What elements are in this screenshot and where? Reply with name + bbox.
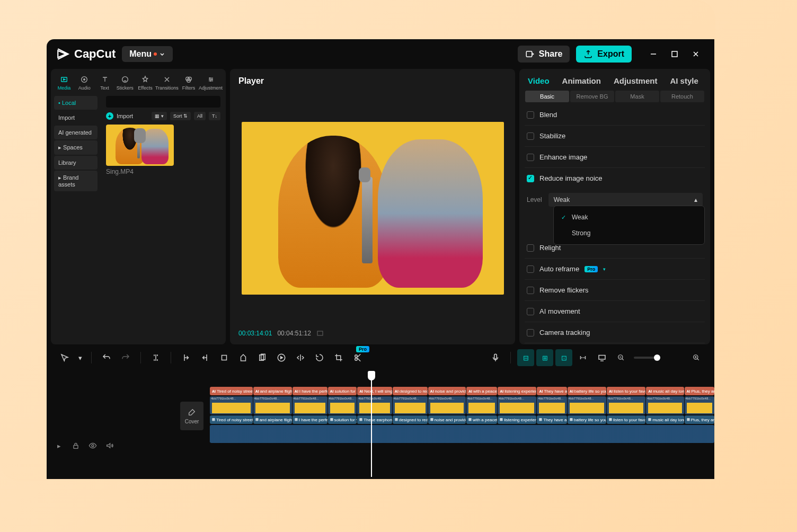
video-clip[interactable]: 4bb7791bc0c48... — [646, 396, 684, 414]
play-button[interactable] — [273, 349, 290, 366]
caption-track-2[interactable]: ⊞ Tired of noisy streets⊞ and airplane f… — [179, 415, 714, 424]
tab-audio[interactable]: Audio — [74, 74, 94, 92]
redo-button[interactable] — [117, 349, 134, 366]
trim-right-button[interactable] — [197, 349, 214, 366]
caption-clip[interactable]: AI and airplane flights? — [253, 387, 292, 395]
video-clip[interactable]: 4bb7791bc0c48... — [607, 396, 645, 414]
audio-track[interactable] — [179, 425, 714, 443]
video-clip[interactable]: 4bb7791bc0c48... — [685, 396, 714, 414]
sidebar-item-import[interactable]: Import — [54, 111, 98, 125]
player-preview[interactable] — [242, 122, 504, 295]
share-button[interactable]: Share — [518, 46, 570, 63]
caption-clip[interactable]: ⊞ listen to your favori — [607, 415, 645, 424]
playhead[interactable] — [371, 371, 372, 477]
lock-button[interactable] — [70, 440, 82, 451]
filter-all[interactable]: All — [194, 112, 206, 120]
level-select[interactable]: Weak▴ — [548, 193, 703, 207]
undo-button[interactable] — [98, 349, 115, 366]
subtab-retouch[interactable]: Retouch — [660, 91, 704, 102]
video-clip[interactable]: 4bb7791bc0c48... — [293, 396, 327, 414]
prop-cameratracking[interactable]: Camera tracking — [525, 322, 705, 343]
aspect-icon[interactable] — [316, 330, 324, 337]
export-button[interactable]: Export — [576, 46, 632, 63]
zoom-slider[interactable] — [634, 357, 660, 359]
prop-blend[interactable]: Blend — [525, 104, 705, 126]
sidebar-item-spaces[interactable]: ▸ Spaces — [54, 140, 98, 155]
video-clip[interactable]: 4bb7791bc0c48... — [328, 396, 357, 414]
caption-clip[interactable]: ⊞ listening experienc — [498, 415, 536, 424]
caption-clip[interactable]: AI battery life so you c — [568, 387, 606, 395]
zoom-in-button[interactable] — [688, 349, 705, 366]
preview-button[interactable] — [594, 349, 610, 366]
sidebar-item-brand[interactable]: ▸ Brand assets — [54, 171, 98, 191]
caption-clip[interactable]: AI music all day long — [646, 387, 684, 395]
subtab-removebg[interactable]: Remove BG — [570, 91, 614, 102]
caption-clip[interactable]: ⊞ I have the perfec — [293, 415, 327, 424]
dropdown-strong[interactable]: Strong — [554, 225, 704, 241]
caption-clip[interactable]: ⊞ These earphones ar — [357, 415, 392, 424]
select-dropdown[interactable]: ▾ — [75, 349, 85, 366]
tab-text[interactable]: Text — [94, 74, 114, 92]
caption-clip[interactable]: ⊞ noise and provide y — [428, 415, 466, 424]
smart-tools-button[interactable]: Pro — [349, 349, 366, 366]
trim-left-button[interactable] — [178, 349, 194, 366]
caption-clip[interactable]: AI with a peaceful — [466, 387, 497, 395]
sidebar-item-local[interactable]: • Local — [54, 96, 98, 110]
zoom-out-button[interactable] — [613, 349, 630, 366]
filter-text[interactable]: T↓ — [209, 112, 220, 120]
prop-autoreframe[interactable]: Auto reframePro▾ — [525, 259, 705, 280]
close-button[interactable] — [691, 49, 701, 59]
audio-clip[interactable] — [210, 425, 714, 443]
search-bar[interactable] — [106, 96, 220, 108]
caption-clip[interactable]: ⊞ and airplane flights? — [253, 415, 292, 424]
video-clip[interactable]: 4bb7791bc0c48... — [393, 396, 428, 414]
caption-clip[interactable]: AI designed to reduc — [393, 387, 428, 395]
menu-button[interactable]: Menu — [122, 46, 173, 62]
split-button[interactable] — [147, 349, 164, 366]
maximize-button[interactable] — [670, 49, 679, 59]
tab-filters[interactable]: Filters — [179, 74, 199, 92]
marker-button[interactable] — [235, 349, 252, 366]
sidebar-item-ai[interactable]: AI generated — [54, 126, 98, 139]
caption-clip[interactable]: ⊞ designed to reduce — [393, 415, 428, 424]
caption-clip[interactable]: ⊞ Tired of noisy streets — [210, 415, 253, 424]
sort-button[interactable]: Sort ⇅ — [170, 112, 191, 120]
video-clip[interactable]: 4bb7791bc0c48... — [357, 396, 392, 414]
crop-button[interactable] — [330, 349, 347, 366]
video-clip[interactable]: 4bb7791bc0c48... — [466, 396, 497, 414]
prop-stabilize[interactable]: Stabilize — [525, 126, 705, 147]
caption-clip[interactable]: AI Tired of noisy streets — [210, 387, 253, 395]
tab-effects[interactable]: Effects — [135, 74, 155, 92]
snap-button[interactable] — [574, 349, 591, 366]
tab-media[interactable]: Media — [54, 74, 74, 92]
tab-video[interactable]: Video — [528, 76, 550, 85]
delete-button[interactable] — [216, 349, 233, 366]
prop-aimovement[interactable]: AI movement — [525, 301, 705, 322]
visibility-button[interactable] — [87, 440, 99, 451]
dropdown-weak[interactable]: ✓Weak — [554, 209, 704, 225]
track-toggle-button[interactable]: ▸ — [53, 440, 65, 451]
tab-transitions[interactable]: Transitions — [155, 74, 179, 92]
rotate-button[interactable] — [311, 349, 328, 366]
subtab-mask[interactable]: Mask — [615, 91, 659, 102]
caption-clip[interactable]: ⊞ battery life so you c — [568, 415, 606, 424]
prop-enhance[interactable]: Enhance image — [525, 147, 705, 168]
import-button[interactable]: +Import — [106, 112, 133, 120]
caption-clip[interactable]: AI I have the perfec — [293, 387, 327, 395]
caption-clip[interactable]: ⊞ They have a long — [537, 415, 566, 424]
tab-adjustment[interactable]: Adjustment — [199, 74, 223, 92]
caption-clip[interactable]: ⊞ Plus, they are lig — [685, 415, 714, 424]
caption-clip[interactable]: ⊞ music all day long — [646, 415, 684, 424]
caption-track-1[interactable]: AI Tired of noisy streetsAI and airplane… — [179, 387, 714, 395]
caption-clip[interactable]: AI They have a long — [537, 387, 566, 395]
video-clip[interactable]: 4bb7791bc0c48... — [568, 396, 606, 414]
prop-removeflickers[interactable]: Remove flickers — [525, 280, 705, 301]
mirror-button[interactable] — [292, 349, 309, 366]
subtab-basic[interactable]: Basic — [525, 91, 569, 102]
video-clip[interactable]: 4bb7791bc0c48... — [537, 396, 566, 414]
video-clip[interactable]: 4bb7791bc0c48... — [210, 396, 253, 414]
caption-clip[interactable]: AI Plus, they are lig — [685, 387, 714, 395]
prop-reducenoise[interactable]: Reduce image noice — [525, 168, 705, 189]
caption-clip[interactable]: ⊞ solution for you — [328, 415, 357, 424]
caption-clip[interactable]: AI listen to your favori — [607, 387, 645, 395]
